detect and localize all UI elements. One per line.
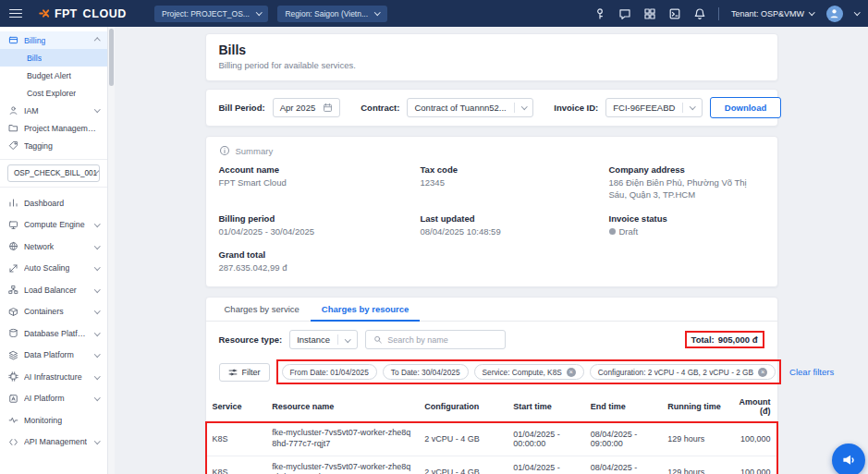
avatar[interactable]	[826, 6, 843, 22]
charges-card: Charges by service Charges by resource R…	[205, 297, 778, 474]
table-row: K8S fke-mycluster-7vs5vt07-worker-zhe8q8…	[206, 422, 777, 456]
chevron-down-icon	[94, 106, 100, 112]
sidebar-item-label: API Management	[24, 437, 87, 446]
sidebar-divider	[0, 187, 107, 188]
cell-running-time: 129 hours	[661, 456, 730, 474]
region-selector[interactable]: Region: Saigon (Vietn...	[277, 6, 386, 22]
sidebar-item-data-platform[interactable]: Data Platform	[0, 345, 107, 367]
billing-period-label: Billing period	[219, 213, 421, 224]
region-selector-label: Region: Saigon (Vietn...	[285, 9, 368, 18]
notification-bell-icon[interactable]	[693, 7, 706, 20]
sidebar-item-label: Database Platform	[24, 329, 90, 338]
download-button[interactable]: Download	[710, 97, 781, 118]
tax-code-value: 12345	[421, 177, 609, 189]
code-brackets-icon	[8, 437, 18, 447]
filter-chip-to-date[interactable]: To Date: 30/04/2025	[383, 364, 469, 380]
calendar-icon	[323, 103, 333, 113]
sidebar-item-budget-alert[interactable]: Budget Alert	[0, 67, 107, 84]
chip-label: Service: Compute, K8S	[483, 368, 562, 377]
navbar-divider	[718, 7, 719, 20]
chevron-down-icon	[690, 103, 695, 109]
sidebar-item-auto-scaling[interactable]: Auto Scaling	[0, 258, 107, 280]
sidebar-item-tagging[interactable]: Tagging	[0, 137, 107, 154]
sidebar-item-label: Compute Engine	[24, 220, 85, 229]
grand-total-value: 287.635.042,99 đ	[219, 262, 421, 274]
cell-resource: fke-mycluster-7vs5vt07-worker-zhe8q8hd-7…	[265, 456, 418, 474]
col-running-time: Running time	[661, 392, 730, 422]
top-navbar: FPT CLOUD Project: PROJECT_OS... Region:…	[0, 0, 868, 27]
menu-icon[interactable]	[9, 9, 22, 18]
sidebar-item-cost-explorer[interactable]: Cost Explorer	[0, 84, 107, 102]
chip-close-icon[interactable]: ×	[567, 368, 576, 377]
invoice-id-select[interactable]: FCI-96FEEABD	[605, 98, 703, 117]
charges-controls: Resource type: Instance Total: 90	[206, 322, 777, 355]
tab-charges-by-service[interactable]: Charges by service	[214, 298, 311, 321]
sidebar-item-label: Cost Explorer	[27, 89, 76, 98]
chevron-down-icon[interactable]	[854, 9, 860, 15]
sidebar-item-ai-infrastructure[interactable]: AI Infrastructure	[0, 366, 107, 388]
filter-chip-configuration[interactable]: Configuration: 2 vCPU - 4 GB, 2 vCPU - 2…	[590, 364, 776, 380]
sidebar-item-dashboard[interactable]: Dashboard	[0, 192, 107, 214]
search-box	[365, 330, 506, 349]
sidebar-item-project-management[interactable]: Project Management	[0, 119, 107, 137]
chevron-down-icon	[345, 336, 350, 342]
search-icon	[373, 334, 383, 345]
summary-account-name: Account name FPT Smart Cloud	[219, 164, 421, 201]
scrollbar-thumb[interactable]	[109, 29, 114, 86]
cell-running-time: 129 hours	[661, 422, 730, 456]
filter-chip-from-date[interactable]: From Date: 01/04/2025	[282, 364, 377, 380]
sidebar-item-ai-platform[interactable]: AI Platform	[0, 388, 107, 410]
status-badge: Draft	[619, 226, 639, 237]
search-input[interactable]	[387, 335, 496, 345]
key-icon[interactable]	[593, 7, 606, 20]
brand-cloud-text: CLOUD	[83, 7, 127, 20]
project-select-dropdown[interactable]: OSP_CHECK_BILL_001	[7, 164, 100, 182]
cell-start-time: 01/04/2025 - 00:00:00	[507, 456, 584, 474]
fpt-cloud-logo[interactable]: FPT CLOUD	[39, 7, 127, 20]
sidebar-item-load-balancer[interactable]: Load Balancer	[0, 279, 107, 301]
tenant-menu[interactable]: Tenant: OSP&VMW	[731, 9, 814, 18]
pulse-icon	[8, 415, 18, 425]
resource-type-label: Resource type:	[219, 334, 283, 345]
sidebar-item-containers[interactable]: Containers	[0, 301, 107, 323]
contract-select[interactable]: Contract of Tuannn52...	[407, 98, 533, 117]
total-label: Total:	[691, 334, 715, 345]
sidebar-item-label: IAM	[24, 106, 39, 115]
sidebar-item-database-platform[interactable]: Database Platform	[0, 322, 107, 345]
sidebar-item-bills[interactable]: Bills	[0, 49, 107, 67]
sidebar-item-label: Project Management	[24, 124, 99, 133]
chip-close-icon[interactable]: ×	[758, 368, 767, 377]
chevron-down-icon	[94, 286, 100, 292]
sidebar-item-monitoring[interactable]: Monitoring	[0, 409, 107, 431]
tab-charges-by-resource[interactable]: Charges by resource	[311, 298, 421, 322]
terminal-icon[interactable]	[668, 7, 681, 20]
apps-grid-icon[interactable]	[643, 7, 656, 20]
chevron-down-icon	[96, 171, 100, 175]
bill-period-input[interactable]: Apr 2025	[273, 98, 341, 117]
tag-icon	[8, 140, 18, 151]
cell-end-time: 08/04/2025 - 09:00:00	[584, 456, 662, 474]
summary-billing-period: Billing period 01/04/2025 - 30/04/2025	[219, 213, 421, 238]
feedback-button[interactable]	[832, 444, 865, 474]
billing-period-value: 01/04/2025 - 30/04/2025	[219, 226, 421, 238]
sidebar-item-api-management[interactable]: API Management	[0, 431, 107, 454]
filter-button[interactable]: Filter	[219, 363, 270, 382]
summary-company-address: Company address 186 Điện Biên Phủ, Phườn…	[609, 164, 764, 201]
filter-chip-service[interactable]: Service: Compute, K8S ×	[474, 364, 584, 380]
cell-service: K8S	[206, 422, 266, 456]
resource-type-select[interactable]: Instance	[289, 330, 357, 349]
chat-icon[interactable]	[618, 7, 631, 20]
database-icon	[8, 328, 18, 338]
sidebar-item-billing[interactable]: Billing	[0, 31, 107, 49]
clear-filters-link[interactable]: Clear filters	[789, 367, 834, 377]
total-annotation-box: Total: 905,000 đ	[685, 331, 764, 348]
project-selector[interactable]: Project: PROJECT_OS...	[154, 6, 268, 22]
filter-row: Filter From Date: 01/04/2025 To Date: 30…	[206, 355, 777, 392]
sidebar-item-network[interactable]: Network	[0, 236, 107, 258]
col-amount: Amount (đ)	[730, 392, 776, 422]
sidebar-item-iam[interactable]: IAM	[0, 102, 107, 119]
sidebar-item-compute-engine[interactable]: Compute Engine	[0, 214, 107, 237]
cell-configuration: 2 vCPU - 4 GB	[418, 422, 507, 456]
chevron-down-icon	[94, 243, 100, 249]
grand-total-label: Grand total	[219, 249, 421, 260]
